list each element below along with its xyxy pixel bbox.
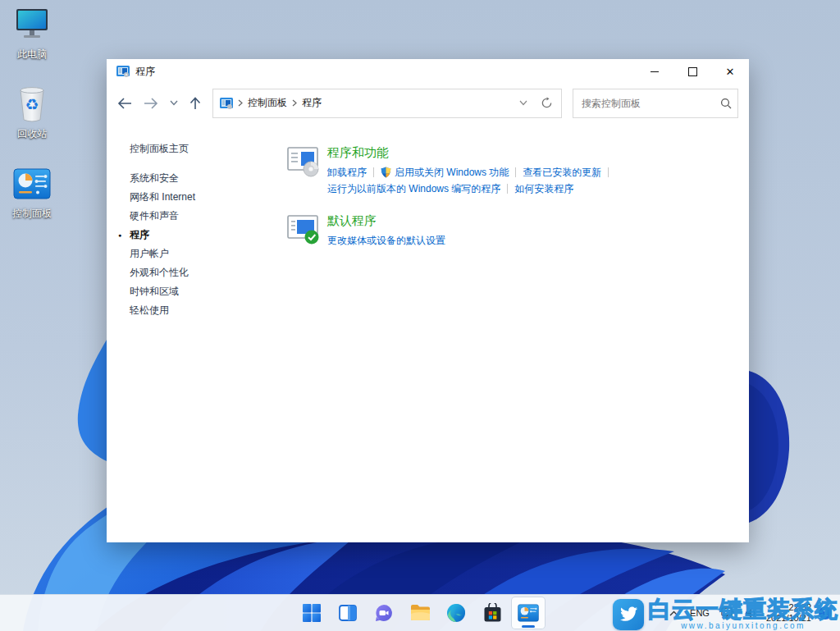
back-button[interactable] xyxy=(117,98,132,109)
task-link-run-programs-for-previous-windows[interactable]: 运行为以前版本的 Windows 编写的程序 xyxy=(327,181,500,197)
window-body: 控制面板主页 系统和安全 网络和 Internet 硬件和声音 程序 用户帐户 … xyxy=(107,122,749,542)
minimize-button[interactable] xyxy=(636,59,673,84)
input-language-indicator[interactable]: ENG xyxy=(687,606,712,620)
microsoft-store-icon[interactable] xyxy=(475,597,509,629)
refresh-button[interactable] xyxy=(541,97,553,109)
sidebar-item-ease-of-access[interactable]: 轻松使用 xyxy=(130,301,279,320)
chat-icon[interactable] xyxy=(367,597,401,629)
link-separator xyxy=(608,167,609,177)
address-bar[interactable]: 控制面板 程序 xyxy=(212,89,562,118)
desktop-icon-list: 此电脑 ♻ 回收站 xyxy=(0,5,64,221)
forward-button[interactable] xyxy=(144,98,158,109)
sidebar-item-network-internet[interactable]: 网络和 Internet xyxy=(130,188,279,207)
edge-browser-icon[interactable] xyxy=(439,597,473,629)
tray-overflow-chevron-icon[interactable] xyxy=(668,609,680,618)
tray-time: 22:32 xyxy=(766,602,811,613)
volume-icon[interactable] xyxy=(743,606,759,620)
taskbar: ENG 22:32 2021/10/21 1 xyxy=(0,594,840,631)
task-view-button[interactable] xyxy=(331,597,365,629)
breadcrumb-chevron-icon[interactable] xyxy=(238,99,243,107)
task-link-how-to-install-program[interactable]: 如何安装程序 xyxy=(514,181,573,197)
sidebar: 控制面板主页 系统和安全 网络和 Internet 硬件和声音 程序 用户帐户 … xyxy=(107,122,279,542)
desktop-icon-recycle-bin[interactable]: ♻ 回收站 xyxy=(1,85,63,141)
window-controls: ✕ xyxy=(636,59,749,84)
task-link-row: 卸载程序 xyxy=(327,164,615,181)
sidebar-item-clock-region[interactable]: 时钟和区域 xyxy=(130,282,279,301)
control-panel-window: 程序 ✕ xyxy=(107,59,749,542)
sidebar-item-programs[interactable]: 程序 xyxy=(130,226,279,245)
content-area: 程序和功能 卸载程序 xyxy=(279,122,749,542)
tray-date: 2021/10/21 xyxy=(766,613,811,624)
window-title-icon xyxy=(116,65,130,78)
breadcrumb-item-programs[interactable]: 程序 xyxy=(299,96,325,110)
navigation-toolbar: 控制面板 程序 xyxy=(107,84,749,122)
search-input[interactable] xyxy=(573,98,714,109)
link-separator xyxy=(373,167,374,177)
link-separator xyxy=(515,167,516,177)
breadcrumb-item-control-panel[interactable]: 控制面板 xyxy=(244,96,290,110)
sidebar-item-hardware-sound[interactable]: 硬件和声音 xyxy=(130,207,279,226)
active-app-indicator xyxy=(522,625,535,628)
search-box xyxy=(573,89,738,118)
task-link-view-installed-updates[interactable]: 查看已安装的更新 xyxy=(523,164,601,181)
taskbar-clock[interactable]: 22:32 2021/10/21 xyxy=(766,602,811,624)
recent-pages-chevron-icon[interactable] xyxy=(170,100,178,106)
svg-text:♻: ♻ xyxy=(25,96,39,113)
desktop-icon-label: 回收站 xyxy=(17,127,47,141)
desktop-icon-control-panel[interactable]: 控制面板 xyxy=(1,164,63,221)
search-icon[interactable] xyxy=(714,98,737,109)
system-tray: ENG 22:32 2021/10/21 1 xyxy=(668,595,832,631)
window-title: 程序 xyxy=(135,65,636,79)
breadcrumb-control-panel-icon xyxy=(220,97,233,110)
uac-shield-icon xyxy=(381,167,391,178)
task-link-change-default-media-settings[interactable]: 更改媒体或设备的默认设置 xyxy=(327,232,445,249)
section-title[interactable]: 程序和功能 xyxy=(327,145,615,161)
title-bar[interactable]: 程序 ✕ xyxy=(107,59,749,84)
task-link-row: 运行为以前版本的 Windows 编写的程序 如何安装程序 xyxy=(327,181,615,197)
start-button[interactable] xyxy=(294,597,329,629)
sidebar-item-home[interactable]: 控制面板主页 xyxy=(130,142,279,156)
notification-count-badge[interactable]: 1 xyxy=(819,606,832,620)
default-programs-icon[interactable] xyxy=(287,213,320,246)
file-explorer-icon[interactable] xyxy=(403,597,437,629)
desktop-icon-label: 控制面板 xyxy=(12,207,52,221)
maximize-button[interactable] xyxy=(673,59,711,84)
task-link-turn-windows-features-on-off[interactable]: 启用或关闭 Windows 功能 xyxy=(381,164,509,181)
desktop: 此电脑 ♻ 回收站 xyxy=(0,0,840,631)
up-button[interactable] xyxy=(189,97,201,110)
sidebar-item-system-security[interactable]: 系统和安全 xyxy=(130,169,279,188)
task-link-uninstall-program[interactable]: 卸载程序 xyxy=(327,164,367,181)
task-link-row: 更改媒体或设备的默认设置 xyxy=(327,232,445,249)
desktop-icon-label: 此电脑 xyxy=(17,48,47,62)
section-default-programs: 默认程序 更改媒体或设备的默认设置 xyxy=(287,213,733,249)
sidebar-item-user-accounts[interactable]: 用户帐户 xyxy=(130,245,279,263)
this-pc-icon xyxy=(12,5,52,44)
desktop-icon-this-pc[interactable]: 此电脑 xyxy=(1,5,63,62)
recycle-bin-icon: ♻ xyxy=(12,85,52,124)
section-programs-and-features: 程序和功能 卸载程序 xyxy=(287,145,733,197)
close-button[interactable]: ✕ xyxy=(711,59,749,84)
section-title[interactable]: 默认程序 xyxy=(327,213,445,229)
network-icon[interactable] xyxy=(719,606,736,620)
sidebar-item-appearance-personalization[interactable]: 外观和个性化 xyxy=(130,263,279,282)
link-separator xyxy=(507,184,508,194)
breadcrumb-chevron-icon[interactable] xyxy=(292,99,297,107)
control-panel-icon xyxy=(12,164,52,203)
programs-and-features-icon[interactable] xyxy=(287,145,320,178)
taskbar-control-panel-button[interactable] xyxy=(511,597,546,629)
taskbar-icon-group xyxy=(294,595,546,631)
address-dropdown-chevron-icon[interactable] xyxy=(519,100,527,106)
